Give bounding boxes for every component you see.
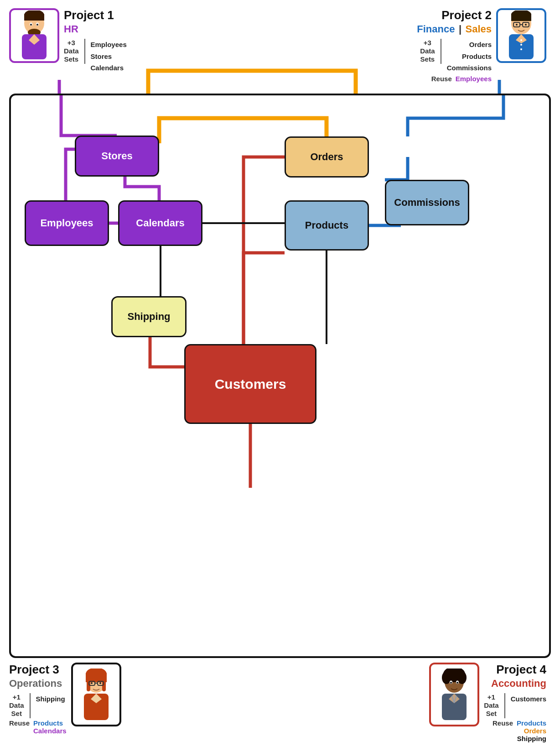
project4-reuse: Reuse Products Orders Shipping bbox=[493, 719, 546, 742]
project2-category2: Sales bbox=[466, 23, 492, 35]
project2-reuse-employees: Employees bbox=[456, 75, 492, 83]
project3-category: Operations bbox=[9, 678, 67, 690]
project2-sep: | bbox=[459, 23, 461, 35]
project4-reuse-shipping: Shipping bbox=[517, 735, 546, 742]
svg-point-46 bbox=[456, 682, 458, 684]
node-customers: Customers bbox=[184, 344, 316, 424]
project2-avatar bbox=[496, 8, 546, 63]
project2-reuse-label: Reuse bbox=[431, 75, 452, 83]
project1-title: Project 1 bbox=[64, 8, 127, 22]
svg-rect-40 bbox=[443, 674, 465, 682]
svg-point-23 bbox=[520, 48, 522, 50]
svg-point-9 bbox=[36, 24, 38, 26]
svg-rect-2 bbox=[24, 14, 44, 21]
svg-point-35 bbox=[99, 682, 101, 684]
project1-category: HR bbox=[64, 23, 127, 35]
divider2 bbox=[441, 39, 441, 64]
divider4 bbox=[504, 693, 505, 718]
project4-reuse-products: Products bbox=[517, 719, 546, 727]
project4-title: Project 4 bbox=[496, 663, 546, 677]
project4-dataset-list: Customers bbox=[511, 693, 546, 705]
project1-card: Project 1 HR +3DataSets EmployeesStoresC… bbox=[9, 8, 127, 74]
project4-datasets: +1DataSet Customers bbox=[484, 693, 546, 718]
project3-info: Project 3 Operations +1DataSet Shipping … bbox=[9, 663, 67, 735]
svg-point-20 bbox=[525, 24, 527, 26]
bottom-section: Project 3 Operations +1DataSet Shipping … bbox=[0, 658, 560, 747]
project4-card: Project 4 Accounting +1DataSet Customers… bbox=[429, 663, 546, 742]
svg-point-21 bbox=[520, 39, 522, 41]
svg-point-22 bbox=[520, 44, 522, 46]
project3-reuse-products: Products bbox=[33, 719, 63, 727]
project4-category: Accounting bbox=[491, 678, 546, 690]
node-shipping: Shipping bbox=[111, 296, 187, 337]
svg-point-34 bbox=[91, 682, 93, 684]
svg-rect-28 bbox=[102, 678, 106, 691]
project3-reuse-list: Products Calendars bbox=[33, 719, 67, 735]
project1-datasets-label: +3DataSets bbox=[64, 39, 79, 63]
main-canvas: Stores Employees Calendars Orders Produc… bbox=[9, 94, 551, 658]
project2-reuse: Reuse Employees bbox=[431, 75, 492, 83]
project3-datasets-label: +1DataSet bbox=[9, 693, 24, 718]
project3-avatar bbox=[71, 663, 121, 726]
node-stores: Stores bbox=[75, 136, 159, 177]
project2-category1: Finance bbox=[417, 23, 455, 35]
node-products: Products bbox=[285, 200, 369, 251]
project4-avatar bbox=[429, 663, 479, 726]
project3-reuse: Reuse Products Calendars bbox=[9, 719, 67, 735]
project3-reuse-label: Reuse bbox=[9, 719, 30, 735]
project4-reuse-label: Reuse bbox=[493, 719, 513, 742]
svg-point-8 bbox=[30, 24, 32, 26]
node-orders: Orders bbox=[285, 136, 369, 178]
project2-datasets-label: +3DataSets bbox=[420, 39, 435, 63]
project1-datasets: +3DataSets EmployeesStoresCalendars bbox=[64, 39, 127, 74]
project2-datasets: +3DataSets OrdersProductsCommissions bbox=[420, 39, 492, 74]
project3-card: Project 3 Operations +1DataSet Shipping … bbox=[9, 663, 121, 735]
project1-info: Project 1 HR +3DataSets EmployeesStoresC… bbox=[64, 8, 127, 74]
node-commissions: Commissions bbox=[385, 180, 469, 225]
project3-title: Project 3 bbox=[9, 663, 67, 677]
project3-datasets: +1DataSet Shipping bbox=[9, 693, 67, 718]
svg-rect-10 bbox=[31, 31, 37, 33]
svg-point-45 bbox=[450, 682, 452, 684]
project4-info: Project 4 Accounting +1DataSet Customers… bbox=[484, 663, 546, 742]
svg-rect-13 bbox=[511, 14, 531, 21]
project4-reuse-orders: Orders bbox=[524, 727, 546, 735]
project2-categories: Finance | Sales bbox=[417, 23, 492, 35]
project2-card: Project 2 Finance | Sales +3DataSets Ord… bbox=[417, 8, 546, 83]
project3-reuse-calendars: Calendars bbox=[33, 727, 67, 735]
top-section: Project 1 HR +3DataSets EmployeesStoresC… bbox=[0, 0, 560, 100]
project4-datasets-label: +1DataSet bbox=[484, 693, 499, 718]
project2-title: Project 2 bbox=[441, 8, 492, 22]
svg-point-19 bbox=[516, 24, 518, 26]
project2-info: Project 2 Finance | Sales +3DataSets Ord… bbox=[417, 8, 492, 83]
project1-avatar bbox=[9, 8, 59, 63]
project1-dataset-list: EmployeesStoresCalendars bbox=[91, 39, 127, 74]
project3-dataset-list: Shipping bbox=[36, 693, 65, 705]
divider bbox=[84, 39, 85, 64]
divider3 bbox=[30, 693, 31, 718]
node-calendars: Calendars bbox=[118, 200, 202, 246]
node-employees: Employees bbox=[25, 200, 109, 246]
svg-rect-27 bbox=[87, 678, 90, 691]
project2-dataset-list: OrdersProductsCommissions bbox=[447, 39, 492, 74]
project4-reuse-list: Products Orders Shipping bbox=[517, 719, 546, 742]
